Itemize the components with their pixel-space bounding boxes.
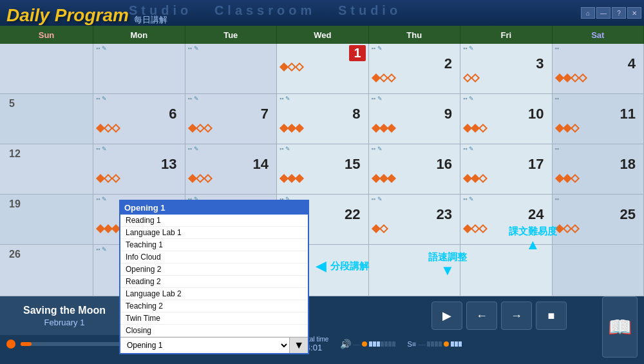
dropdown-item-infocloud[interactable]: Info Cloud <box>120 251 308 263</box>
header-wed: Wed <box>277 26 369 44</box>
cal-sun-5: 5 <box>0 94 93 144</box>
cal-thu-2[interactable]: ▪▪✎ 2 <box>369 44 461 93</box>
today-date: 1 <box>349 45 365 61</box>
annotation-sudu: 語速調整 ▼ <box>428 251 467 278</box>
segment-dropdown[interactable]: Opening 1 Reading 1 Language Lab 1 Teach… <box>119 200 309 354</box>
cal-mon-13[interactable]: ▪▪✎ 13 <box>93 144 185 194</box>
close-button[interactable]: ✕ <box>627 7 641 19</box>
header-fri: Fri <box>460 26 553 44</box>
cal-sat-18[interactable]: ▪▪ 18 <box>553 144 645 194</box>
back-button[interactable]: ← <box>466 302 497 330</box>
cal-row-2: 5 ▪▪✎ 6 ▪▪✎ 7 ▪▪✎ 8 ▪▪✎ 9 ▪▪✎ 10 ▪▪ <box>0 94 644 144</box>
dropdown-selected-item: Opening 1 <box>120 201 308 215</box>
calendar-header: Sun Mon Tue Wed Thu Fri Sat <box>0 26 644 44</box>
help-button[interactable]: ? <box>612 7 626 19</box>
volume-control[interactable]: 🔊 — <box>340 339 395 349</box>
progress-area: 00:28 Total time 24:01 🔊 — S≡ — <box>0 335 644 353</box>
cal-thu-16[interactable]: ▪▪✎ 16 <box>369 144 461 194</box>
header-tue: Tue <box>185 26 278 44</box>
cal-row-1: ▪▪✎ ▪▪✎ 1 ▪▪✎ 2 ▪▪✎ 3 <box>0 44 644 94</box>
cal-sat-25[interactable]: ▪▪ 25 <box>553 195 645 244</box>
volume-icon: 🔊 <box>340 339 351 349</box>
cal-wed-8[interactable]: ▪▪✎ 8 <box>277 94 369 144</box>
dropdown-item-teaching1[interactable]: Teaching 1 <box>120 239 308 251</box>
cal-tue-blank[interactable]: ▪▪✎ <box>185 44 278 93</box>
book-button[interactable]: 📖 <box>602 296 638 358</box>
header-thu: Thu <box>369 26 461 44</box>
cal-thu-9[interactable]: ▪▪✎ 9 <box>369 94 461 144</box>
dropdown-item-teaching2[interactable]: Teaching 2 <box>120 300 308 312</box>
dropdown-select[interactable]: Opening 1 <box>120 338 289 352</box>
cal-row-3: 12 ▪▪✎ 13 ▪▪✎ 14 ▪▪✎ 15 ▪▪✎ 16 ▪▪✎ 17 ▪ <box>0 144 644 195</box>
window-controls: ⌂ — ? ✕ <box>581 7 644 19</box>
lesson-date: February 1 <box>44 318 85 327</box>
dropdown-select-wrap[interactable]: Opening 1 ▼ <box>120 337 308 353</box>
speed-icon: S≡ <box>407 340 416 348</box>
stop-button[interactable]: ■ <box>536 302 567 330</box>
calendar: Sun Mon Tue Wed Thu Fri Sat ▪▪✎ ▪▪✎ 1 <box>0 26 644 296</box>
speed-bars-right <box>451 341 462 347</box>
cal-fri-3[interactable]: ▪▪✎ 3 <box>460 44 553 93</box>
annotation-nandu: 課文難易度 ▲ <box>509 225 557 252</box>
cal-sat-11[interactable]: ▪▪ 11 <box>553 94 645 144</box>
progress-fill <box>21 342 32 346</box>
cal-sun-12: 12 <box>0 144 93 194</box>
annotation-fenjie: ◀ 分段講解 <box>316 258 369 274</box>
dropdown-item-langlab2[interactable]: Language Lab 2 <box>120 288 308 300</box>
cal-sat-4[interactable]: ▪▪ 4 <box>553 44 645 93</box>
cal-wed-15[interactable]: ▪▪✎ 15 <box>277 144 369 194</box>
app-subtitle: 每日講解 <box>134 14 167 26</box>
cal-sat-blank <box>553 245 645 296</box>
cal-sun-26: 26 <box>0 245 93 296</box>
cal-mon-6[interactable]: ▪▪✎ 6 <box>93 94 185 144</box>
app-title: Daily Program <box>0 5 129 26</box>
cal-fri-10[interactable]: ▪▪✎ 10 <box>460 94 553 144</box>
dropdown-item-opening2[interactable]: Opening 2 <box>120 263 308 276</box>
home-button[interactable]: ⌂ <box>581 7 595 19</box>
cal-tue-14[interactable]: ▪▪✎ 14 <box>185 144 278 194</box>
sat4-diamonds <box>553 72 644 84</box>
cal-sun-19: 19 <box>0 195 93 244</box>
speed-bars-left <box>427 341 442 347</box>
forward-button[interactable]: → <box>501 302 532 330</box>
title-bar: Daily Program 每日講解 Studio Classroom Stud… <box>0 0 644 26</box>
dropdown-item-reading1[interactable]: Reading 1 <box>120 215 308 227</box>
bg-title: Studio Classroom Studio <box>129 3 401 18</box>
speed-control[interactable]: S≡ — <box>407 340 462 348</box>
dropdown-item-closing[interactable]: Closing <box>120 325 308 337</box>
play-button[interactable]: ▶ <box>431 302 462 330</box>
cal-tue-7[interactable]: ▪▪✎ 7 <box>185 94 278 144</box>
cal-fri-17[interactable]: ▪▪✎ 17 <box>460 144 553 194</box>
speed-dash: — <box>418 340 425 348</box>
lesson-title: Saving the Moon <box>23 305 106 316</box>
cal-thu-23[interactable]: ▪▪✎ 23 <box>369 195 461 244</box>
playback-controls: ▶ ← → ■ <box>354 296 644 335</box>
header-mon: Mon <box>93 26 185 44</box>
volume-knob[interactable] <box>362 341 367 347</box>
fenjie-label: 分段講解 <box>330 260 369 273</box>
cal-wed-1[interactable]: 1 <box>277 44 369 93</box>
dropdown-item-langlab1[interactable]: Language Lab 1 <box>120 227 308 239</box>
volume-bars <box>369 341 395 347</box>
dropdown-item-reading2[interactable]: Reading 2 <box>120 276 308 288</box>
cal-mon-blank[interactable]: ▪▪✎ <box>93 44 185 93</box>
dropdown-arrow-icon[interactable]: ▼ <box>289 338 308 353</box>
header-sat: Sat <box>553 26 645 44</box>
thu2-diamonds <box>369 72 460 84</box>
dropdown-item-twintime[interactable]: Twin Time <box>120 312 308 325</box>
fri3-diamonds <box>460 72 552 84</box>
header-sun: Sun <box>0 26 93 44</box>
progress-dot[interactable] <box>6 340 15 349</box>
volume-dash: — <box>353 340 360 348</box>
cal-week-0 <box>0 44 93 93</box>
minimize-button[interactable]: — <box>596 7 611 19</box>
bottom-info-panel: Saving the Moon February 1 <box>0 296 129 335</box>
speed-knob[interactable] <box>444 341 449 347</box>
wed1-diamonds <box>277 61 368 73</box>
